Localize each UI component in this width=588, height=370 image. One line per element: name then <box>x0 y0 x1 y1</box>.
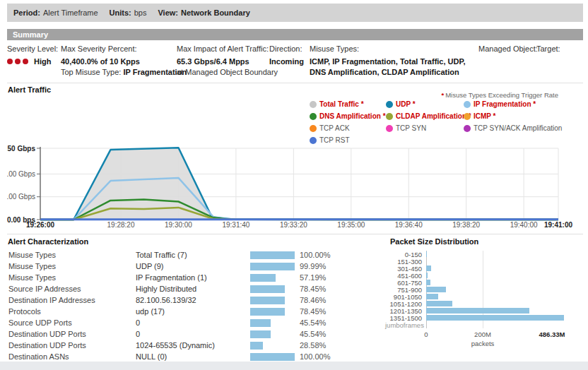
legend-series-dot-icon <box>310 101 317 108</box>
characterization-row: Misuse TypesIP Fragmentation (1)57.19% <box>7 272 382 283</box>
period-value[interactable]: Alert Timeframe <box>43 8 98 17</box>
characterization-bar-track <box>250 263 297 270</box>
max-severity-value: 40,400.0% of 10 Kpps <box>61 56 187 67</box>
characterization-bar-track <box>250 274 297 282</box>
max-impact-sub: at Managed Object Boundary <box>177 67 278 77</box>
characterization-bar <box>250 353 295 361</box>
characterization-label: Destination ASNs <box>7 352 136 361</box>
characterization-value: 0 <box>136 318 250 327</box>
characterization-bar-track <box>250 308 297 316</box>
summary-divider <box>7 83 583 83</box>
packet-size-row: 1351-1500 <box>385 314 564 321</box>
characterization-bar <box>250 274 276 282</box>
svg-text:19:33:20: 19:33:20 <box>280 221 307 229</box>
next-section-strip <box>0 362 588 370</box>
characterization-value: 0 <box>136 330 250 338</box>
legend-item: TCP SYN <box>386 124 464 132</box>
summary-target-column: Target: <box>536 44 560 56</box>
legend-label: TCP SYN <box>396 124 426 132</box>
packet-size-row: 601-750 <box>385 279 564 286</box>
packet-size-bar <box>426 308 529 314</box>
direction-value: Incoming <box>269 56 304 67</box>
packet-size-rows: 0-150151-300301-450451-600601-750751-900… <box>385 251 564 328</box>
legend-series-dot-icon <box>386 101 393 108</box>
legend-label: TCP ACK <box>319 124 350 132</box>
svg-text:19:38:20: 19:38:20 <box>452 221 480 229</box>
alert-characterization-title: Alert Characterization <box>8 237 88 246</box>
legend-label: TCP SYN/ACK Amplification <box>474 124 562 132</box>
legend-item: TCP ACK <box>310 124 386 132</box>
summary-header-label: Summary <box>13 30 48 39</box>
packet-size-row: 301-450 <box>385 265 564 272</box>
summary-direction-column: Direction: Incoming <box>269 44 304 67</box>
period-label: Period: <box>13 8 40 17</box>
characterization-value: 82.100.56.139/32 <box>136 296 250 304</box>
exceeding-trigger-note-text: Misuse Types Exceeding Trigger Rate <box>445 91 558 99</box>
packet-size-bar <box>426 287 446 292</box>
characterization-value: 1024-65535 (Dynamic) <box>136 341 250 350</box>
svg-text:19:36:40: 19:36:40 <box>395 221 423 229</box>
svg-text:19:30:00: 19:30:00 <box>165 221 192 229</box>
psd-axis-label: packets <box>454 340 511 347</box>
svg-text:19:35:00: 19:35:00 <box>337 221 365 229</box>
characterization-bar-track <box>250 330 297 338</box>
max-severity-label: Max Severity Percent: <box>61 44 187 54</box>
top-misuse-type: Top Misuse Type: IP Fragmentation <box>61 67 187 77</box>
characterization-value: NULL (0) <box>136 352 250 361</box>
characterization-row: Protocolsudp (17)78.45% <box>7 306 382 317</box>
traffic-legend: Total Traffic *UDP *IP Fragmentation *DN… <box>310 100 562 144</box>
characterization-row: Destination UDP Ports045.54% <box>7 328 382 340</box>
legend-item: TCP SYN/ACK Amplification <box>464 124 562 132</box>
svg-text:19:28:20: 19:28:20 <box>107 221 135 229</box>
packet-size-bar <box>426 301 452 306</box>
units-value[interactable]: bps <box>134 8 147 17</box>
characterization-bar-track <box>250 342 297 350</box>
characterization-bar-track <box>250 251 297 259</box>
legend-series-dot-icon <box>464 125 471 132</box>
legend-label: UDP * <box>396 100 416 108</box>
characterization-label: Misuse Types <box>7 251 136 259</box>
characterization-percent: 78.46% <box>300 296 326 304</box>
units-label: Units: <box>110 8 131 17</box>
legend-item: CLDAP Amplification * <box>386 112 464 120</box>
characterization-row: Misuse TypesTotal Traffic (7)100.00% <box>7 249 382 261</box>
legend-item: DNS Amplification * <box>310 112 386 120</box>
packet-size-bar <box>426 273 428 278</box>
settings-toolbar: Period: Alert Timeframe Units: bps View:… <box>7 4 583 22</box>
packet-size-title: Packet Size Distribution <box>390 237 587 246</box>
direction-label: Direction: <box>269 44 304 54</box>
legend-item: ICMP * <box>464 112 562 120</box>
characterization-label: Source UDP Ports <box>7 318 136 327</box>
severity-dot-icon <box>7 59 13 64</box>
severity-dots <box>7 59 28 64</box>
chart-divider <box>7 234 583 234</box>
legend-series-dot-icon <box>310 113 317 120</box>
svg-text:19:41:00: 19:41:00 <box>544 221 572 229</box>
exceeding-trigger-note: *Misuse Types Exceeding Trigger Rate <box>441 91 558 99</box>
characterization-percent: 78.45% <box>300 307 326 316</box>
legend-series-dot-icon <box>386 125 393 132</box>
legend-label: DNS Amplification * <box>319 112 386 120</box>
misuse-types-value: ICMP, IP Fragmentation, Total Traffic, U… <box>310 56 477 78</box>
characterization-bar <box>250 308 285 316</box>
svg-text:19:40:00: 19:40:00 <box>510 221 538 229</box>
legend-series-dot-icon <box>386 113 393 120</box>
legend-label: Total Traffic * <box>319 100 364 108</box>
characterization-value: udp (17) <box>136 307 250 316</box>
max-impact-label: Max Impact of Alert Traffic: <box>177 44 278 54</box>
characterization-row: Source IP AddressesHighly Distributed78.… <box>7 283 382 294</box>
packet-size-row: 1201-1350 <box>385 307 564 314</box>
characterization-percent: 57.19% <box>300 273 326 282</box>
packet-size-row: 901-1050 <box>385 293 564 300</box>
packet-size-row: 751-900 <box>385 286 564 293</box>
characterization-row: Source UDP Ports045.54% <box>7 317 382 328</box>
view-value[interactable]: Network Boundary <box>181 8 250 17</box>
characterization-bar-track <box>250 285 297 293</box>
legend-item: IP Fragmentation * <box>464 100 562 108</box>
characterization-bar <box>250 319 271 327</box>
characterization-row: Destination ASNsNULL (0)100.00% <box>7 351 382 362</box>
characterization-row: Misuse TypesUDP (9)99.99% <box>7 261 382 272</box>
svg-text:40.00 Gbps: 40.00 Gbps <box>7 170 35 178</box>
characterization-bar-track <box>250 353 297 361</box>
top-misuse-type-label: Top Misuse Type: <box>61 68 121 76</box>
